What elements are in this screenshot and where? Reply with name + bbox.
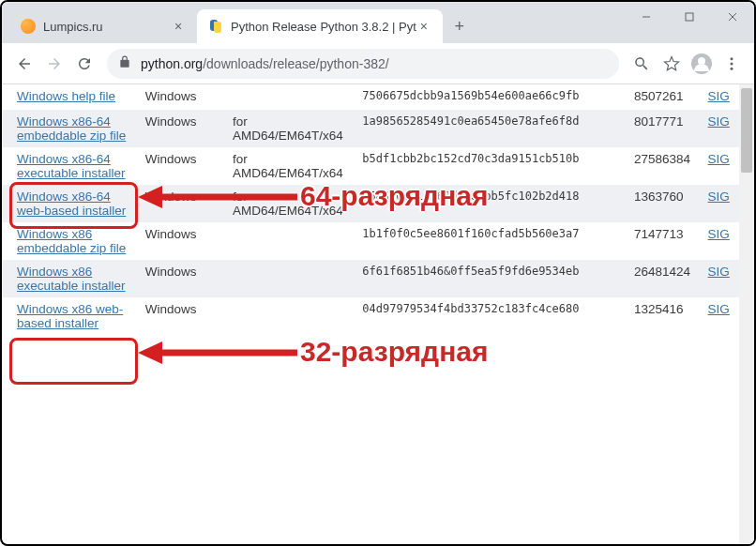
svg-rect-1 [686,13,693,21]
scrollbar[interactable]: ▲ [739,84,754,544]
annotation-arrow-32 [138,341,297,364]
sig-link[interactable]: SIG [708,302,730,316]
back-button[interactable] [9,49,39,79]
url-domain: python.org [141,56,203,71]
table-row: Windows x86 web-based installerWindows04… [2,297,739,335]
download-link[interactable]: Windows x86 embeddable zip file [17,227,126,255]
close-icon[interactable]: × [416,19,431,34]
svg-point-5 [698,57,705,65]
address-bar[interactable]: python.org/downloads/release/python-382/ [107,49,619,79]
window-controls [625,2,754,32]
annotation-box-32 [9,338,138,385]
profile-icon[interactable] [687,49,717,79]
annotation-text-32: 32-разрядная [300,336,488,368]
table-row: Windows x86-64 executable installerWindo… [2,147,739,185]
download-link[interactable]: Windows x86-64 embeddable zip file [17,114,126,143]
tab-lumpics[interactable]: Lumpics.ru × [9,9,197,43]
svg-point-6 [731,57,733,60]
maximize-button[interactable] [668,2,711,32]
search-icon[interactable] [627,49,657,79]
svg-point-7 [731,62,733,65]
tab-title: Python Release Python 3.8.2 | Pyt [231,20,416,34]
lock-icon [118,55,131,71]
table-row: Windows help fileWindows7506675dcbb9a156… [2,84,739,110]
download-link[interactable]: Windows x86-64 executable installer [17,152,126,180]
menu-icon[interactable] [717,49,747,79]
url-path: /downloads/release/python-382/ [203,56,388,71]
download-link[interactable]: Windows x86 web-based installer [17,302,123,330]
toolbar: python.org/downloads/release/python-382/ [2,43,754,84]
download-link[interactable]: Windows help file [17,89,115,103]
download-link[interactable]: Windows x86 executable installer [17,265,126,293]
tab-title: Lumpics.ru [43,20,171,34]
table-row: Windows x86 embeddable zip fileWindows1b… [2,222,739,260]
close-button[interactable] [711,2,754,32]
forward-button[interactable] [39,49,69,79]
svg-point-8 [731,67,733,69]
table-row: Windows x86 executable installerWindows6… [2,260,739,297]
sig-link[interactable]: SIG [708,152,730,166]
svg-marker-12 [138,341,162,364]
python-icon [208,19,223,34]
star-icon[interactable] [657,49,687,79]
sig-link[interactable]: SIG [708,227,730,241]
sig-link[interactable]: SIG [708,190,730,204]
table-row: Windows x86-64 embeddable zip fileWindow… [2,110,739,147]
sig-link[interactable]: SIG [708,89,730,103]
sig-link[interactable]: SIG [708,265,730,279]
table-row: Windows x86-64 web-based installerWindow… [2,185,739,222]
scroll-thumb[interactable] [741,88,752,173]
downloads-table: Windows help fileWindows7506675dcbb9a156… [2,84,739,335]
lumpics-icon [21,19,36,34]
page-content: Windows help fileWindows7506675dcbb9a156… [2,84,754,544]
sig-link[interactable]: SIG [708,114,730,129]
tab-python[interactable]: Python Release Python 3.8.2 | Pyt × [197,9,443,43]
new-tab-button[interactable]: + [446,13,473,39]
reload-button[interactable] [69,49,99,79]
titlebar: Lumpics.ru × Python Release Python 3.8.2… [2,2,754,43]
close-icon[interactable]: × [171,19,186,34]
download-link[interactable]: Windows x86-64 web-based installer [17,190,126,218]
minimize-button[interactable] [625,2,668,32]
